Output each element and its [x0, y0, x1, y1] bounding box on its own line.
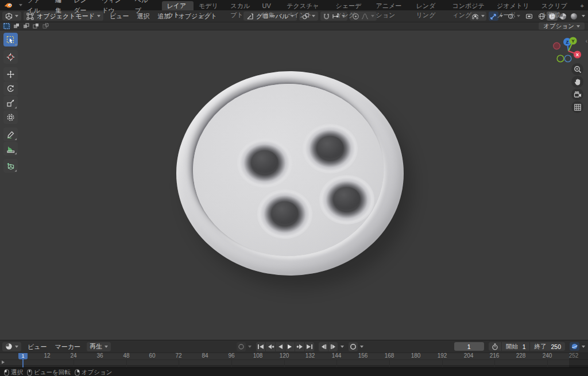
select-mode-invert-button[interactable]	[32, 23, 40, 29]
visibility-chevron	[481, 15, 485, 17]
button-hole	[257, 189, 312, 239]
select-mode-set-button[interactable]	[3, 23, 10, 29]
gizmo-x-neg-axis[interactable]	[554, 42, 560, 49]
jump-to-start-button[interactable]	[256, 342, 265, 351]
options-chevron	[577, 25, 580, 28]
select-mode-intersect-button[interactable]	[42, 23, 49, 29]
tab-modeling[interactable]: モデリング	[194, 1, 225, 10]
zoom-button[interactable]	[571, 63, 583, 75]
viewport-nav-icons	[571, 63, 583, 113]
menu-window[interactable]: ウィンドウ	[97, 0, 130, 15]
timeline-display-chevron[interactable]	[582, 346, 585, 348]
tab-geometry-nodes[interactable]: ジオメトリノード	[492, 1, 536, 10]
tool-add-cube[interactable]	[3, 159, 18, 173]
menu-render[interactable]: レンダー	[69, 0, 97, 15]
use-preview-range-button[interactable]	[489, 342, 501, 351]
play-reverse-button[interactable]	[276, 342, 285, 351]
auto-keyframe-button[interactable]	[349, 342, 358, 351]
next-keyframe-button[interactable]	[295, 342, 304, 351]
tab-texture-paint[interactable]: テクスチャペイント	[281, 1, 330, 10]
tool-move[interactable]	[3, 67, 18, 81]
step-back-button[interactable]	[319, 342, 328, 351]
options-label: オプション	[543, 22, 574, 30]
pan-hand-icon	[574, 78, 582, 86]
camera-view-button[interactable]	[571, 88, 583, 100]
xray-toggle[interactable]	[524, 11, 534, 21]
select-mode-subtract-button[interactable]	[22, 23, 30, 29]
menu-file[interactable]: ファイル	[22, 0, 51, 15]
tool-annotate[interactable]	[3, 127, 18, 141]
tool-scale[interactable]	[3, 96, 18, 110]
button-hole	[319, 175, 374, 224]
statusbar-select-hint: 選択	[4, 369, 23, 376]
button-hole	[237, 138, 292, 188]
timeline-menu-marker[interactable]: マーカー	[51, 341, 85, 352]
editor-3d-viewport-icon	[5, 13, 13, 20]
ruler-label: 72	[175, 352, 181, 359]
timeline-display-popover[interactable]	[570, 342, 579, 351]
prev-keyframe-button[interactable]	[266, 342, 275, 351]
tab-layout[interactable]: レイアウト	[162, 1, 194, 10]
gizmo-y-neg-axis[interactable]	[557, 55, 564, 62]
editor-type-button[interactable]	[2, 11, 21, 21]
options-dropdown[interactable]: オプション	[539, 22, 585, 30]
tab-sculpting[interactable]: スカルプト	[225, 1, 257, 10]
channel-expand-arrow[interactable]	[2, 361, 5, 364]
play-button[interactable]	[285, 342, 295, 351]
ruler-label: 144	[332, 352, 342, 359]
select-intersect-icon	[42, 23, 49, 29]
jump-to-end-button[interactable]	[305, 342, 314, 351]
tool-shelf	[3, 33, 18, 173]
select-mode-extend-button[interactable]	[13, 23, 20, 29]
step-options-chevron[interactable]	[341, 346, 344, 348]
tab-uv-editing[interactable]: UV編集	[257, 1, 282, 10]
ruler-label: 12	[44, 352, 50, 359]
object-button-mesh[interactable]	[176, 71, 404, 276]
blender-logo-icon[interactable]	[4, 2, 13, 9]
gizmo-z-neg-axis[interactable]	[564, 55, 571, 62]
shading-chevron[interactable]	[582, 15, 585, 17]
menu-edit[interactable]: 編集	[51, 0, 69, 15]
ruler-label: 84	[202, 352, 208, 359]
select-set-icon	[3, 23, 10, 29]
auto-sync-chevron[interactable]	[248, 346, 252, 348]
timeline-editor-type-button[interactable]	[2, 342, 21, 351]
playback-popover[interactable]: 再生	[87, 342, 111, 351]
step-forward-button[interactable]	[328, 342, 338, 351]
ruler-label: 180	[411, 352, 421, 359]
ruler-label: 216	[490, 352, 500, 359]
add-workspace-button[interactable]: +	[577, 1, 588, 10]
tool-cursor[interactable]	[3, 50, 18, 64]
tab-shading[interactable]: シェーディング	[330, 1, 370, 10]
sidebar-collapse-chevron[interactable]: ‹	[586, 38, 587, 44]
navigation-gizmo[interactable]: Z Y X	[551, 33, 585, 67]
tab-rendering[interactable]: レンダリング	[411, 1, 447, 10]
falloff-chevron[interactable]	[371, 15, 374, 17]
tool-transform[interactable]	[3, 110, 18, 124]
tab-animation[interactable]: アニメーション	[371, 1, 411, 10]
shading-rendered-button[interactable]	[568, 11, 579, 21]
menu-help[interactable]: ヘルプ	[130, 0, 154, 15]
snap-magnet-icon[interactable]	[323, 13, 330, 20]
keying-chevron[interactable]	[360, 346, 363, 348]
overlays-chevron[interactable]	[517, 15, 520, 17]
tool-rotate[interactable]	[3, 82, 18, 95]
perspective-toggle-button[interactable]	[571, 101, 583, 113]
object-visibility-dropdown[interactable]	[470, 11, 486, 21]
xray-icon	[525, 13, 533, 20]
current-frame-field[interactable]: 1	[454, 342, 484, 351]
ruler-label: 60	[149, 352, 155, 359]
start-frame-field[interactable]: 開始 1	[502, 342, 530, 351]
falloff-curve-icon[interactable]	[361, 13, 369, 20]
viewport-3d[interactable]: Z Y X ‹	[0, 30, 588, 340]
auto-sync-button[interactable]	[237, 342, 246, 351]
move-icon	[6, 70, 15, 79]
end-frame-field[interactable]: 終了 250	[530, 342, 565, 351]
timeline-menu-view[interactable]: ビュー	[24, 341, 51, 352]
tool-measure[interactable]	[3, 142, 18, 156]
pan-button[interactable]	[571, 76, 583, 88]
tool-select-box[interactable]	[3, 33, 18, 46]
viewport-menu-object[interactable]: オブジェクト	[175, 10, 222, 22]
tab-compositing[interactable]: コンポジティング	[447, 1, 492, 10]
tab-scripting[interactable]: スクリプト作成	[536, 1, 577, 10]
